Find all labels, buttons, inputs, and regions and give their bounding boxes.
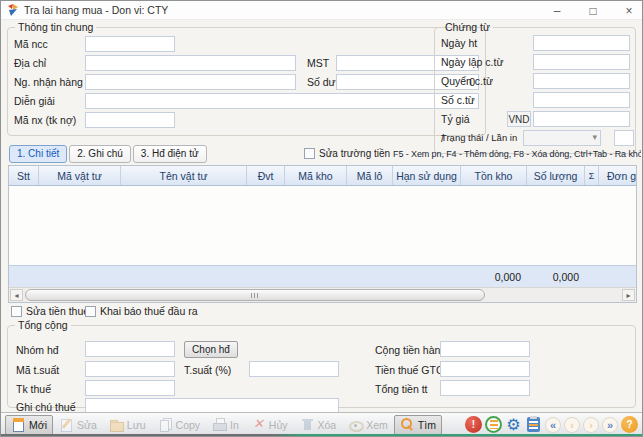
chevron-down-icon: ▾ — [592, 132, 597, 142]
list-icon[interactable] — [485, 416, 502, 433]
app-window: Tra lai hang mua - Don vi: CTY – □ × Thô… — [0, 0, 643, 437]
save-button[interactable]: Lưu — [103, 415, 152, 435]
column-header-han-su-dung[interactable]: Hạn sử dụng — [393, 166, 461, 185]
bottom-edge-strip — [1, 434, 642, 436]
detail-grid: Stt Mã vật tư Tên vật tư Đvt Mã kho Mã l… — [8, 165, 637, 303]
cancel-button[interactable]: ✕Hủy — [245, 415, 294, 435]
so-ctu-label: Số c.từ — [441, 94, 475, 106]
tk-thue-input[interactable] — [85, 380, 175, 396]
trash-icon — [300, 417, 315, 432]
new-button[interactable]: Mới — [5, 415, 53, 435]
document-group: Chứng từ Ngày ht Ngày lập c.từ Quyển c.t… — [434, 21, 636, 154]
column-header-ton-kho[interactable]: Tồn kho — [461, 166, 527, 185]
scrollbar-thumb[interactable] — [25, 289, 485, 301]
lan-in-input[interactable] — [614, 130, 634, 146]
scroll-left-icon[interactable]: ◂ — [10, 289, 23, 301]
tab-bar: 1. Chi tiết 2. Ghi chú 3. Hđ điện tử — [9, 145, 207, 164]
minimize-button[interactable]: – — [550, 5, 564, 17]
tong-tien-tt-label: Tổng tiền tt — [375, 383, 428, 395]
so-ctu-input[interactable] — [533, 92, 630, 108]
nav-first-icon[interactable]: « — [545, 417, 561, 433]
magnifier-icon — [400, 417, 415, 432]
ma-tsuat-label: Mã t.suất — [16, 364, 59, 376]
tsuat-input[interactable] — [249, 361, 339, 377]
column-header-ma-kho[interactable]: Mã kho — [285, 166, 347, 185]
close-button[interactable]: × — [622, 5, 636, 17]
horizontal-scrollbar[interactable]: ◂ ▸ — [9, 287, 636, 302]
grid-summary-row: 0,000 0,000 — [9, 265, 636, 287]
printer-icon — [212, 417, 227, 432]
grid-body-empty[interactable] — [9, 186, 636, 265]
nav-prev-icon[interactable]: ‹ — [564, 417, 580, 433]
new-document-icon — [11, 417, 26, 432]
column-header-ma-lo[interactable]: Mã lô — [347, 166, 393, 185]
ngay-lap-input[interactable] — [533, 54, 630, 70]
dia-chi-label: Địa chỉ — [14, 57, 85, 69]
app-logo-icon — [7, 4, 19, 16]
so-luong-total: 0,000 — [527, 271, 585, 283]
ma-ncc-input[interactable] — [85, 36, 175, 52]
sua-truong-tien-checkbox[interactable] — [304, 148, 315, 159]
lan-in-separator: / — [441, 132, 444, 144]
ton-kho-total: 0,000 — [461, 271, 527, 283]
ma-nx-input[interactable] — [85, 112, 175, 128]
eye-icon — [348, 417, 363, 432]
clipboard-icon[interactable] — [527, 417, 540, 432]
view-button[interactable]: Xem — [342, 415, 394, 435]
tab-chi-tiet[interactable]: 1. Chi tiết — [9, 145, 67, 163]
find-button[interactable]: Tìm — [394, 415, 442, 435]
dien-giai-input[interactable] — [85, 93, 479, 109]
ngay-ht-input[interactable] — [533, 35, 630, 51]
sua-truong-tien-label: Sửa trường tiền — [319, 148, 390, 159]
column-header-dvt[interactable]: Đvt — [247, 166, 285, 185]
quyen-ctu-input[interactable] — [533, 73, 630, 89]
titlebar: Tra lai hang mua - Don vi: CTY – □ × — [1, 1, 642, 20]
khai-bao-thue-checkbox[interactable] — [85, 306, 96, 317]
ngay-ht-label: Ngày ht — [441, 37, 477, 49]
delete-button[interactable]: Xóa — [294, 415, 343, 435]
gear-icon[interactable]: ⚙ — [505, 416, 522, 433]
cong-tien-hang-label: Cộng tiền hàng — [375, 344, 446, 356]
cancel-x-icon: ✕ — [251, 417, 266, 432]
copy-icon — [158, 417, 173, 432]
save-folder-icon — [109, 417, 124, 432]
ma-tsuat-input[interactable] — [85, 361, 175, 377]
scroll-right-icon[interactable]: ▸ — [622, 289, 635, 301]
ng-nhan-hang-input[interactable] — [85, 74, 296, 90]
ty-gia-input[interactable] — [533, 111, 630, 127]
info-icon[interactable]: ! — [465, 416, 482, 433]
sua-tien-thue-checkbox[interactable] — [11, 306, 22, 317]
nav-next-icon[interactable]: › — [583, 417, 599, 433]
sigma-icon[interactable]: Σ — [585, 166, 599, 185]
tien-thue-gtgt-input[interactable] — [440, 361, 530, 377]
grid-header: Stt Mã vật tư Tên vật tư Đvt Mã kho Mã l… — [9, 166, 636, 186]
column-header-stt[interactable]: Stt — [9, 166, 39, 185]
shortcut-hint: F5 - Xem pn, F4 - Thêm dòng, F8 - Xóa dò… — [393, 149, 641, 159]
help-icon[interactable]: ? — [621, 416, 638, 433]
nhom-hd-input[interactable] — [85, 341, 175, 357]
trang-thai-dropdown[interactable]: ▾ — [523, 130, 601, 146]
maximize-button[interactable]: □ — [586, 5, 600, 17]
window-title: Tra lai hang mua - Don vi: CTY — [24, 4, 168, 16]
totals-group: Tổng cộng Nhóm hđ Chọn hđ Cộng tiền hàng… — [7, 319, 636, 408]
document-legend: Chứng từ — [442, 21, 493, 33]
edit-button[interactable]: Sửa — [53, 415, 103, 435]
print-button[interactable]: In — [206, 415, 245, 435]
ngay-lap-label: Ngày lập c.từ — [441, 56, 503, 68]
chon-hd-button[interactable]: Chọn hđ — [184, 341, 238, 358]
column-header-so-luong[interactable]: Số lượng — [527, 166, 585, 185]
tong-tien-tt-input[interactable] — [440, 380, 530, 396]
copy-button[interactable]: Copy — [152, 415, 207, 435]
dia-chi-input[interactable] — [85, 55, 296, 71]
tsuat-label: T.suất (%) — [184, 364, 231, 376]
cong-tien-hang-input[interactable] — [440, 341, 530, 357]
khai-bao-thue-label: Khai báo thuế đầu ra — [100, 305, 198, 317]
nav-last-icon[interactable]: » — [602, 417, 618, 433]
column-header-don-gia[interactable]: Đơn giá — [599, 166, 636, 185]
bottom-toolbar: Mới Sửa Lưu Copy In ✕Hủy Xóa Xem Tìm ! ⚙… — [1, 412, 642, 436]
column-header-ten-vat-tu[interactable]: Tên vật tư — [121, 166, 247, 185]
column-header-ma-vat-tu[interactable]: Mã vật tư — [39, 166, 121, 185]
tab-ghi-chu[interactable]: 2. Ghi chú — [69, 145, 131, 163]
tab-hd-dien-tu[interactable]: 3. Hđ điện tử — [133, 145, 207, 163]
ng-nhan-hang-label: Ng. nhận hàng — [14, 76, 85, 88]
